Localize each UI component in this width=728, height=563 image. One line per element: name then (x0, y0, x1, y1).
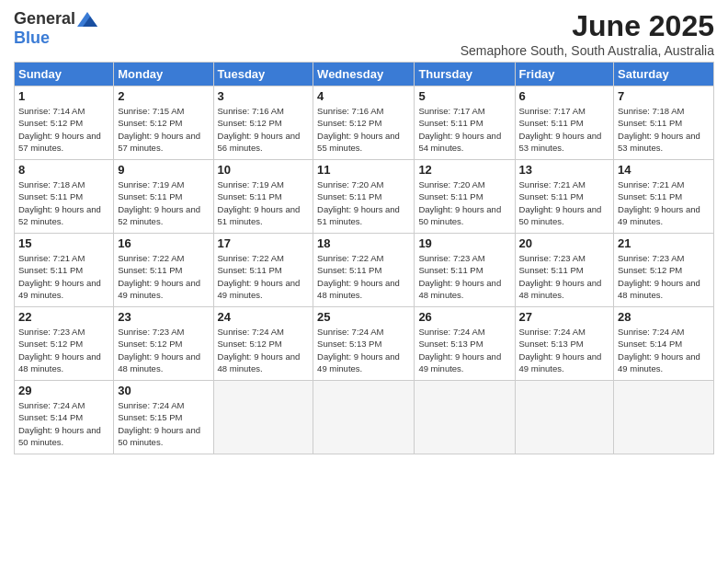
day-info: Sunrise: 7:24 AMSunset: 5:14 PMDaylight:… (618, 326, 710, 374)
day-info: Sunrise: 7:22 AMSunset: 5:11 PMDaylight:… (118, 252, 209, 301)
calendar-day-cell: 26Sunrise: 7:24 AMSunset: 5:13 PMDayligh… (415, 307, 515, 381)
day-info: Sunrise: 7:23 AMSunset: 5:12 PMDaylight:… (618, 252, 710, 301)
day-info: Sunrise: 7:19 AMSunset: 5:11 PMDaylight:… (118, 178, 209, 227)
calendar-day-cell: 24Sunrise: 7:24 AMSunset: 5:12 PMDayligh… (213, 307, 313, 381)
day-number: 14 (618, 163, 710, 177)
day-number: 16 (118, 236, 209, 250)
day-info: Sunrise: 7:17 AMSunset: 5:11 PMDaylight:… (519, 105, 610, 154)
calendar-day-cell: 28Sunrise: 7:24 AMSunset: 5:14 PMDayligh… (614, 307, 714, 381)
calendar-week-row: 22Sunrise: 7:23 AMSunset: 5:12 PMDayligh… (15, 307, 714, 381)
calendar-day-header: Sunday (15, 63, 114, 86)
calendar-day-cell: 29Sunrise: 7:24 AMSunset: 5:14 PMDayligh… (15, 381, 114, 454)
day-number: 20 (519, 236, 610, 250)
day-number: 19 (418, 236, 510, 250)
calendar-day-cell (213, 381, 313, 454)
day-number: 4 (317, 89, 410, 103)
day-number: 29 (18, 384, 109, 397)
calendar-day-cell: 18Sunrise: 7:22 AMSunset: 5:11 PMDayligh… (313, 234, 415, 307)
day-number: 13 (519, 163, 610, 177)
calendar-day-cell: 3Sunrise: 7:16 AMSunset: 5:12 PMDaylight… (213, 86, 313, 160)
calendar-day-header: Tuesday (213, 63, 313, 86)
day-number: 7 (618, 89, 710, 103)
calendar-day-cell: 23Sunrise: 7:23 AMSunset: 5:12 PMDayligh… (114, 307, 213, 381)
calendar-day-cell: 10Sunrise: 7:19 AMSunset: 5:11 PMDayligh… (213, 160, 313, 234)
day-number: 26 (418, 310, 510, 324)
day-number: 25 (317, 310, 410, 324)
calendar-day-cell: 6Sunrise: 7:17 AMSunset: 5:11 PMDaylight… (515, 86, 614, 160)
day-number: 27 (519, 310, 610, 324)
day-number: 8 (18, 163, 109, 177)
day-info: Sunrise: 7:18 AMSunset: 5:11 PMDaylight:… (18, 178, 109, 227)
calendar-day-cell: 12Sunrise: 7:20 AMSunset: 5:11 PMDayligh… (415, 160, 515, 234)
calendar-day-header: Saturday (614, 63, 714, 86)
calendar-day-header: Monday (114, 63, 213, 86)
day-info: Sunrise: 7:14 AMSunset: 5:12 PMDaylight:… (18, 105, 109, 154)
day-number: 15 (18, 236, 109, 250)
day-info: Sunrise: 7:24 AMSunset: 5:14 PMDaylight:… (18, 399, 109, 448)
calendar-day-header: Thursday (415, 63, 515, 86)
calendar-table: SundayMondayTuesdayWednesdayThursdayFrid… (14, 62, 714, 454)
day-info: Sunrise: 7:16 AMSunset: 5:12 PMDaylight:… (218, 105, 310, 154)
day-number: 24 (218, 310, 310, 324)
calendar-day-cell: 25Sunrise: 7:24 AMSunset: 5:13 PMDayligh… (313, 307, 415, 381)
calendar-week-row: 29Sunrise: 7:24 AMSunset: 5:14 PMDayligh… (15, 381, 714, 454)
day-number: 11 (317, 163, 410, 177)
calendar-day-cell: 1Sunrise: 7:14 AMSunset: 5:12 PMDaylight… (15, 86, 114, 160)
day-info: Sunrise: 7:17 AMSunset: 5:11 PMDaylight:… (418, 105, 510, 154)
calendar-day-header: Wednesday (313, 63, 415, 86)
logo-blue: Blue (14, 29, 50, 47)
calendar-day-cell: 15Sunrise: 7:21 AMSunset: 5:11 PMDayligh… (15, 234, 114, 307)
day-info: Sunrise: 7:18 AMSunset: 5:11 PMDaylight:… (618, 105, 710, 154)
day-info: Sunrise: 7:24 AMSunset: 5:13 PMDaylight:… (519, 326, 610, 374)
calendar-header-row: SundayMondayTuesdayWednesdayThursdayFrid… (15, 63, 714, 86)
calendar-day-cell: 19Sunrise: 7:23 AMSunset: 5:11 PMDayligh… (415, 234, 515, 307)
day-number: 2 (118, 89, 209, 103)
day-number: 17 (218, 236, 310, 250)
logo: General Blue (14, 9, 99, 48)
day-number: 5 (418, 89, 510, 103)
calendar-day-cell: 2Sunrise: 7:15 AMSunset: 5:12 PMDaylight… (114, 86, 213, 160)
day-number: 21 (618, 236, 710, 250)
calendar-week-row: 1Sunrise: 7:14 AMSunset: 5:12 PMDaylight… (15, 86, 714, 160)
day-number: 12 (418, 163, 510, 177)
day-number: 23 (118, 310, 209, 324)
day-number: 3 (218, 89, 310, 103)
day-info: Sunrise: 7:24 AMSunset: 5:13 PMDaylight:… (317, 326, 410, 374)
day-info: Sunrise: 7:16 AMSunset: 5:12 PMDaylight:… (317, 105, 410, 154)
calendar-day-cell: 14Sunrise: 7:21 AMSunset: 5:11 PMDayligh… (614, 160, 714, 234)
day-info: Sunrise: 7:23 AMSunset: 5:11 PMDaylight:… (519, 252, 610, 301)
calendar-day-cell: 9Sunrise: 7:19 AMSunset: 5:11 PMDaylight… (114, 160, 213, 234)
calendar-day-cell (515, 381, 614, 454)
calendar-day-cell: 16Sunrise: 7:22 AMSunset: 5:11 PMDayligh… (114, 234, 213, 307)
calendar-week-row: 8Sunrise: 7:18 AMSunset: 5:11 PMDaylight… (15, 160, 714, 234)
month-title: June 2025 (461, 9, 714, 43)
day-number: 10 (218, 163, 310, 177)
day-info: Sunrise: 7:20 AMSunset: 5:11 PMDaylight:… (418, 178, 510, 227)
day-info: Sunrise: 7:23 AMSunset: 5:11 PMDaylight:… (418, 252, 510, 301)
calendar-day-cell: 7Sunrise: 7:18 AMSunset: 5:11 PMDaylight… (614, 86, 714, 160)
day-number: 18 (317, 236, 410, 250)
calendar-day-cell (415, 381, 515, 454)
calendar-day-cell: 27Sunrise: 7:24 AMSunset: 5:13 PMDayligh… (515, 307, 614, 381)
day-number: 1 (18, 89, 109, 103)
day-info: Sunrise: 7:24 AMSunset: 5:15 PMDaylight:… (118, 399, 209, 448)
calendar-day-cell (614, 381, 714, 454)
calendar-day-cell: 13Sunrise: 7:21 AMSunset: 5:11 PMDayligh… (515, 160, 614, 234)
day-info: Sunrise: 7:21 AMSunset: 5:11 PMDaylight:… (18, 252, 109, 301)
day-info: Sunrise: 7:22 AMSunset: 5:11 PMDaylight:… (317, 252, 410, 301)
day-info: Sunrise: 7:20 AMSunset: 5:11 PMDaylight:… (317, 178, 410, 227)
day-info: Sunrise: 7:19 AMSunset: 5:11 PMDaylight:… (218, 178, 310, 227)
day-number: 6 (519, 89, 610, 103)
logo-general: General (14, 9, 75, 29)
calendar-day-cell: 11Sunrise: 7:20 AMSunset: 5:11 PMDayligh… (313, 160, 415, 234)
day-number: 9 (118, 163, 209, 177)
title-block: June 2025 Semaphore South, South Austral… (461, 9, 714, 58)
day-number: 28 (618, 310, 710, 324)
day-info: Sunrise: 7:15 AMSunset: 5:12 PMDaylight:… (118, 105, 209, 154)
calendar-day-cell: 22Sunrise: 7:23 AMSunset: 5:12 PMDayligh… (15, 307, 114, 381)
day-info: Sunrise: 7:24 AMSunset: 5:12 PMDaylight:… (218, 326, 310, 374)
location: Semaphore South, South Australia, Austra… (461, 43, 714, 58)
day-info: Sunrise: 7:21 AMSunset: 5:11 PMDaylight:… (519, 178, 610, 227)
day-number: 30 (118, 384, 209, 397)
day-info: Sunrise: 7:22 AMSunset: 5:11 PMDaylight:… (218, 252, 310, 301)
